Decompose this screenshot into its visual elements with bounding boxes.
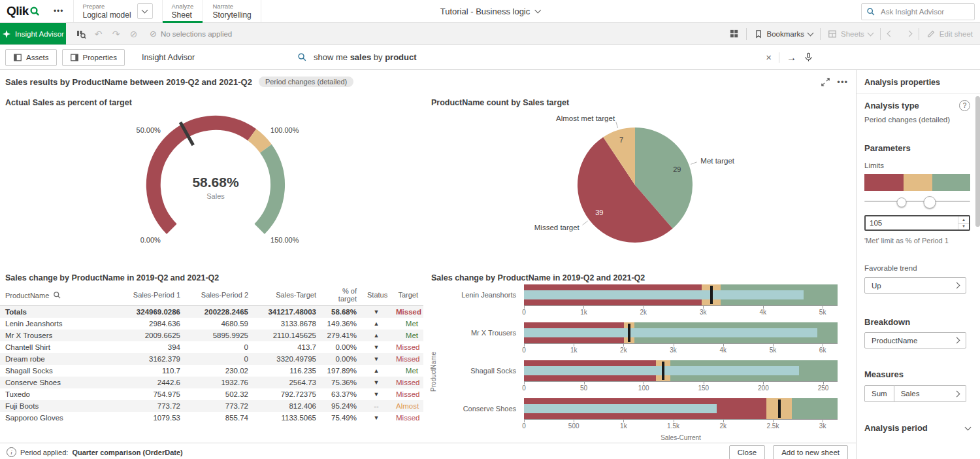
chart-title: Sales change by ProductName in 2019-Q2 a…: [0, 269, 426, 283]
gauge-segment: [252, 135, 266, 148]
global-search-input[interactable]: [879, 7, 970, 16]
table-row[interactable]: Mr X Trousers2009.66255895.99252110.1456…: [0, 330, 423, 341]
insight-advisor-button-label: Insight Advisor: [15, 30, 64, 38]
top-bar: Qlik ••• Prepare Logical model Analyze S…: [0, 0, 980, 23]
info-icon: i: [7, 447, 16, 457]
clear-query-icon[interactable]: ×: [766, 52, 772, 62]
spinner-down-icon[interactable]: ▾: [958, 224, 969, 230]
scrollbar[interactable]: [975, 70, 980, 459]
slider-handle-low[interactable]: [896, 197, 906, 207]
table-row[interactable]: Dream robe3162.37903320.497950.00%▼Misse…: [0, 353, 423, 365]
column-header[interactable]: Sales-Period 1: [118, 285, 186, 306]
expand-icon[interactable]: [821, 77, 830, 87]
chevron-down-icon: [867, 29, 874, 36]
sheets-dropdown[interactable]: Sheets: [821, 23, 880, 44]
more-menu-button[interactable]: •••: [47, 0, 71, 22]
table-row[interactable]: Totals324969.0286200228.2465341217.48003…: [0, 306, 423, 318]
limit-input[interactable]: [866, 216, 958, 230]
spinner-up-icon[interactable]: ▴: [958, 216, 969, 224]
table-cell: 0.00%: [321, 353, 362, 365]
target-status-cell: Missed: [391, 353, 423, 365]
bookmarks-dropdown[interactable]: Bookmarks: [747, 23, 821, 44]
insight-advisor-button[interactable]: Insight Advisor: [0, 23, 66, 44]
table-row[interactable]: Shagall Socks110.7230.02116.235197.89%▲M…: [0, 365, 423, 377]
query-text[interactable]: show me sales by product: [314, 52, 759, 62]
submit-query-arrow-icon[interactable]: →: [787, 52, 796, 62]
nav-tab-narrate[interactable]: Narrate Storytelling: [203, 0, 261, 22]
table-cell: 1133.5065: [253, 412, 321, 424]
next-sheet-button[interactable]: [900, 23, 919, 44]
trend-cell: ▼: [362, 341, 391, 353]
help-icon[interactable]: ?: [959, 100, 970, 111]
insight-query-field[interactable]: show me sales by product × →: [297, 45, 813, 69]
column-header[interactable]: Status: [362, 285, 391, 306]
scrollbar-thumb[interactable]: [975, 96, 980, 227]
bullet-chart[interactable]: Sales change by ProductName in 2019-Q2 a…: [426, 269, 852, 443]
nav-tab-analyze[interactable]: Analyze Sheet: [162, 0, 203, 22]
breakdown-select[interactable]: ProductName: [864, 332, 966, 348]
nav-tab-prepare[interactable]: Prepare Logical model: [73, 0, 162, 22]
column-header[interactable]: Target: [391, 285, 423, 306]
bullet-row[interactable]: Lenin Jeanshorts01k2k3k4k5k: [426, 284, 852, 316]
table-row[interactable]: Sapporoo Gloves1079.53855.741133.506575.…: [0, 412, 423, 424]
previous-sheet-button[interactable]: [881, 23, 900, 44]
table-row[interactable]: Fuji Boots773.72773.72812.40695.24%--Alm…: [0, 400, 423, 412]
prepare-dropdown-button[interactable]: [137, 3, 153, 19]
sheets-label: Sheets: [841, 30, 864, 38]
assets-panel-icon: [13, 53, 22, 62]
no-selections-indicator: ⊘ No selections applied: [150, 29, 232, 39]
table-row[interactable]: Chantell Shirt3940413.70.00%▼Missed: [0, 341, 423, 353]
microphone-icon[interactable]: [804, 52, 813, 62]
pie-slice-label: Missed target: [534, 224, 580, 231]
bullet-measure-bar[interactable]: [524, 290, 804, 299]
global-search[interactable]: [861, 3, 975, 20]
measure-field-select[interactable]: Sales: [894, 385, 966, 402]
trend-cell: ▼: [362, 388, 391, 400]
column-header[interactable]: Sales-Target: [253, 285, 321, 306]
bullet-row[interactable]: Conserve Shoes05001k1.5k2k2.5k3k: [426, 398, 852, 430]
trend-cell: ▲: [362, 330, 391, 341]
add-to-new-sheet-button[interactable]: Add to new sheet: [773, 445, 848, 459]
assets-button[interactable]: Assets: [5, 49, 57, 66]
gauge-chart[interactable]: Actual Sales as percent of target 0.00%5…: [0, 94, 426, 269]
column-header[interactable]: ProductName: [0, 285, 118, 306]
favorable-trend-select[interactable]: Up: [864, 277, 966, 294]
slider-handle-high[interactable]: [924, 196, 936, 209]
app-title-dropdown[interactable]: Tutorial - Business logic: [440, 0, 540, 22]
clear-selections-icon[interactable]: ⊘: [125, 26, 142, 42]
limit-color-segment: [904, 174, 932, 191]
selections-tool-icon[interactable]: [73, 26, 89, 42]
sales-table-chart[interactable]: Sales change by ProductName in 2019-Q2 a…: [0, 269, 426, 443]
column-search-icon[interactable]: [53, 291, 61, 299]
qlik-logo[interactable]: Qlik: [0, 0, 47, 22]
table-row[interactable]: Conserve Shoes2442.61932.762564.7375.36%…: [0, 377, 423, 388]
close-button[interactable]: Close: [729, 445, 765, 459]
app-grid-button[interactable]: [722, 23, 746, 44]
edit-sheet-button[interactable]: Edit sheet: [919, 23, 980, 44]
selection-tools: ↶ ↷ ⊘: [73, 26, 142, 42]
product-name-cell: Fuji Boots: [0, 400, 118, 412]
table-row[interactable]: Lenin Jeanshorts2984.6364680.593133.8678…: [0, 318, 423, 330]
more-options-icon[interactable]: •••: [837, 77, 848, 87]
step-forward-icon[interactable]: ↷: [108, 26, 124, 42]
properties-button[interactable]: Properties: [62, 49, 125, 66]
chevron-down-icon[interactable]: [965, 424, 972, 430]
divider: [779, 52, 779, 63]
charts-grid: Actual Sales as percent of target 0.00%5…: [0, 94, 856, 443]
bullet-row[interactable]: Mr X Trousers01k2k3k4k5k6k: [426, 322, 852, 354]
gauge-tick-label: 0.00%: [140, 236, 161, 244]
axis-tick-label: 2.5k: [766, 422, 779, 430]
column-header-label: Sales-Period 2: [201, 291, 248, 299]
bullet-plot: 01k2k3k4k5k: [524, 284, 838, 316]
bullet-measure-bar[interactable]: [524, 404, 717, 413]
bullet-row[interactable]: Shagall Socks050100150200250: [426, 360, 852, 392]
table-cell: 855.74: [186, 412, 253, 424]
step-back-icon[interactable]: ↶: [90, 26, 106, 42]
limit-range-slider[interactable]: [864, 196, 970, 207]
pie-chart[interactable]: ProductName count by Sales target 29Met …: [426, 94, 852, 269]
column-header[interactable]: Sales-Period 2: [186, 285, 253, 306]
measure-aggregation-button[interactable]: Sum: [864, 385, 894, 402]
table-row[interactable]: Tuxedo754.975502.32792.7237563.37%▼Misse…: [0, 388, 423, 400]
bullet-measure-bar[interactable]: [524, 328, 817, 337]
column-header[interactable]: % of target: [321, 285, 362, 306]
